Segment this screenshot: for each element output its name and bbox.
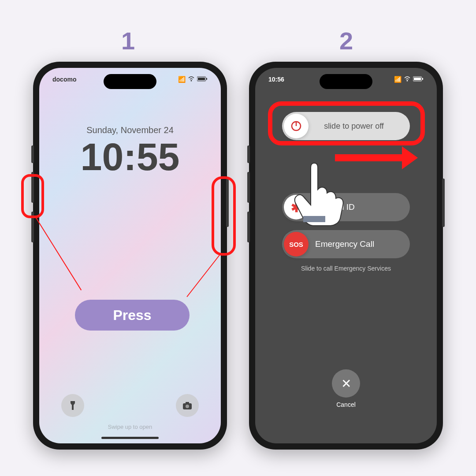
side-button[interactable] — [442, 178, 445, 227]
emergency-label: Emergency Call — [309, 239, 408, 249]
flashlight-button[interactable] — [61, 394, 84, 417]
signal-icon: 📶 — [178, 76, 186, 83]
wifi-icon — [404, 76, 411, 83]
press-annotation: Press — [75, 300, 190, 331]
highlight-side-button — [212, 176, 236, 256]
wifi-icon — [188, 76, 195, 83]
svg-rect-6 — [186, 402, 189, 404]
volume-up-button[interactable] — [247, 172, 250, 203]
emergency-slider[interactable]: SOS Emergency Call — [282, 230, 410, 258]
phone-lockscreen: docomo 📶 Sunday, November 24 10:55 Swipe… — [33, 62, 227, 450]
dynamic-island — [104, 74, 156, 89]
emergency-note: Slide to call Emergency Services — [255, 265, 437, 272]
svg-point-5 — [186, 405, 189, 408]
lock-time: 10:55 — [39, 138, 221, 176]
mute-switch[interactable] — [31, 145, 34, 163]
highlight-volume-button — [21, 174, 44, 218]
svg-rect-9 — [414, 78, 421, 80]
home-indicator[interactable] — [101, 437, 159, 439]
battery-icon — [197, 76, 208, 83]
svg-point-0 — [191, 80, 192, 82]
battery-icon — [413, 76, 424, 83]
highlight-power-slider — [268, 101, 425, 145]
svg-point-7 — [407, 80, 408, 82]
lock-date: Sunday, November 24 — [39, 125, 221, 135]
cancel-button[interactable]: ✕ Cancel — [332, 369, 360, 408]
lock-screen[interactable]: docomo 📶 Sunday, November 24 10:55 Swipe… — [39, 68, 221, 443]
swipe-hint: Swipe up to open — [39, 424, 221, 430]
svg-rect-13 — [303, 216, 325, 222]
time-label: 10:56 — [268, 76, 284, 83]
volume-down-button[interactable] — [247, 212, 250, 242]
sos-label: SOS — [289, 241, 303, 248]
signal-icon: 📶 — [394, 76, 402, 83]
camera-button[interactable] — [176, 394, 199, 417]
carrier-label: docomo — [52, 76, 76, 83]
svg-rect-2 — [198, 78, 205, 80]
step-number-2: 2 — [339, 26, 353, 55]
svg-rect-10 — [422, 78, 423, 80]
svg-rect-3 — [206, 78, 207, 80]
dynamic-island — [320, 74, 372, 89]
mute-switch[interactable] — [247, 145, 250, 163]
flashlight-icon — [68, 400, 77, 411]
camera-icon — [182, 401, 193, 410]
sos-knob[interactable]: SOS — [284, 232, 309, 257]
cancel-label: Cancel — [332, 401, 360, 408]
hand-pointer-icon — [286, 159, 348, 231]
close-icon: ✕ — [332, 369, 360, 398]
step-number-1: 1 — [121, 26, 135, 55]
